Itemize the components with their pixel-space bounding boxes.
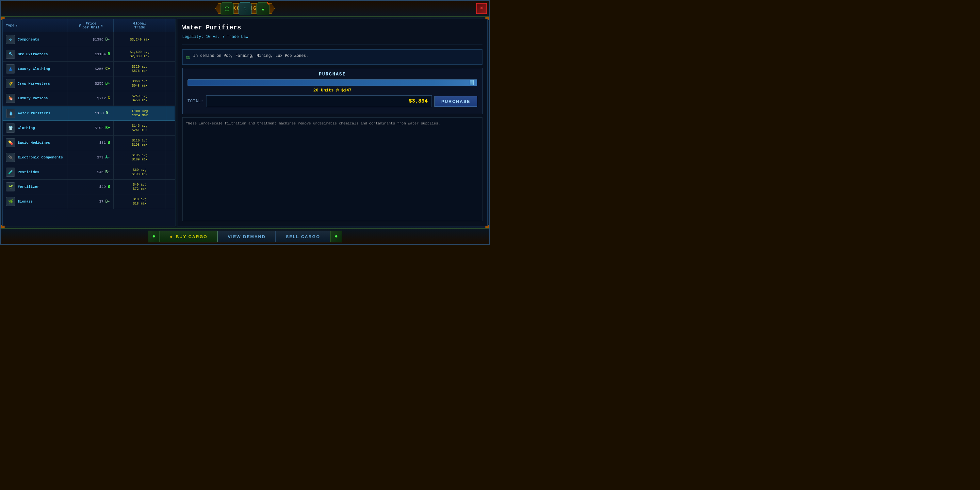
- trade-max-clothing: $261 max: [132, 128, 147, 132]
- td-legality-components: [8]✕ PermitRestricted: [166, 32, 175, 47]
- purchase-button[interactable]: PURCHASE: [434, 96, 477, 107]
- demand-text: In demand on Pop, Farming, Mining, Lux P…: [193, 53, 309, 59]
- td-price-pesticides: $46B-: [68, 165, 114, 179]
- sell-cargo-button[interactable]: SELL CARGO: [276, 231, 330, 242]
- item-icon-pesticides: 🧪: [6, 167, 15, 177]
- trade-max-luxury-rations: $450 max: [132, 99, 147, 102]
- nav-icon-2[interactable]: ↕: [239, 2, 251, 15]
- price-value-water-purifiers: $138: [95, 111, 103, 115]
- td-legality-pesticides: [8]✔ Legal: [166, 165, 175, 179]
- type-name-luxury-rations: Luxury Rations: [18, 96, 48, 100]
- trade-avg-fertilizer: $40 avg: [133, 183, 146, 186]
- bottom-left-icon: ●: [148, 231, 160, 242]
- table-row[interactable]: ⛏Ore Extractors$1184B$1,600 avg$2,880 ma…: [3, 47, 175, 62]
- detail-legality: Legality: 10 vs. 7 Trade Law: [182, 35, 482, 39]
- price-value-components: $1386: [93, 38, 103, 41]
- item-icon-clothing: 👕: [6, 124, 15, 133]
- td-price-electronic-components: $73A-: [68, 150, 114, 165]
- th-type[interactable]: Type ⇅: [3, 19, 68, 32]
- trade-max-components: $3,240 max: [130, 38, 149, 41]
- td-price-components: $1386B-: [68, 32, 114, 47]
- td-trade-pesticides: $60 avg$108 max: [114, 165, 166, 179]
- grade-value-crop-harvesters: B+: [105, 81, 110, 86]
- type-name-crop-harvesters: Crop Harvesters: [18, 82, 50, 86]
- type-name-basic-medicines: Basic Medicines: [18, 141, 50, 145]
- buy-cargo-button[interactable]: BUY CARGO: [160, 231, 218, 242]
- grade-value-fertilizer: B: [108, 185, 110, 189]
- grade-value-water-purifiers: B-: [106, 111, 110, 116]
- item-icon-luxury-clothing: 👗: [6, 64, 15, 73]
- view-demand-button[interactable]: VIEW DEMAND: [218, 231, 276, 242]
- td-legality-basic-medicines: [9]✔ Legal: [166, 135, 175, 150]
- td-price-clothing: $102B+: [68, 121, 114, 135]
- td-type-water-purifiers: 💧Water Purifiers: [3, 106, 68, 121]
- td-trade-luxury-clothing: $320 avg$576 max: [114, 62, 166, 76]
- th-legality[interactable]: Legality ▼: [166, 19, 175, 32]
- td-type-luxury-rations: 🍖Luxury Rations: [3, 91, 68, 105]
- nav-icon-1[interactable]: ⬡: [221, 2, 234, 15]
- table-row[interactable]: 👕Clothing$102B+$145 avg$261 max[10]✔ Leg…: [3, 121, 175, 135]
- trade-max-water-purifiers: $324 max: [132, 114, 148, 117]
- td-price-water-purifiers: $138B-: [68, 106, 114, 121]
- td-trade-ore-extractors: $1,600 avg$2,880 max: [114, 47, 166, 61]
- trade-avg-crop-harvesters: $360 avg: [132, 80, 147, 83]
- item-icon-fertilizer: 🌱: [6, 182, 15, 191]
- detail-divider: [182, 44, 482, 45]
- bottom-right-icon: ●: [330, 231, 342, 242]
- detail-panel: Water Purifiers Legality: 10 vs. 7 Trade…: [177, 19, 488, 226]
- td-legality-biomass: [10]✔ Legal: [166, 194, 175, 209]
- table-panel: Type ⇅ ⊽ Priceper Unit ⇅ GlobalTrade Leg…: [2, 19, 175, 226]
- price-sort-icon: ⊽: [78, 24, 81, 28]
- trade-avg-electronic-components: $105 avg: [132, 154, 147, 157]
- purchase-slider[interactable]: [188, 80, 477, 86]
- table-row[interactable]: 🌾Crop Harvesters$255B+$360 avg$648 max[1…: [3, 76, 175, 91]
- slider-thumb[interactable]: [470, 80, 474, 85]
- td-type-electronic-components: 🔌Electronic Components: [3, 150, 68, 165]
- purchase-slider-container[interactable]: [188, 80, 477, 86]
- table-row[interactable]: 🌱Fertilizer$29B$40 avg$72 max[8]✔ Legal: [3, 180, 175, 194]
- table-row[interactable]: 🍖Luxury Rations$212C$250 avg$450 max[8]✕…: [3, 91, 175, 106]
- item-icon-biomass: 🌿: [6, 197, 15, 206]
- td-type-components: ⚙Components: [3, 32, 68, 47]
- grade-value-ore-extractors: B: [108, 52, 110, 57]
- balance-icon: ⚖: [186, 53, 190, 61]
- table-row[interactable]: 👗Luxury Clothing$256C+$320 avg$576 max[9…: [3, 62, 175, 76]
- type-name-ore-extractors: Ore Extractors: [18, 52, 48, 56]
- table-row[interactable]: 💧Water Purifiers$138B-$180 avg$324 max[1…: [3, 106, 175, 121]
- td-trade-electronic-components: $105 avg$189 max: [114, 150, 166, 165]
- td-legality-crop-harvesters: [10]✕ PermitRestricted: [166, 76, 175, 91]
- th-price-label: Priceper Unit: [82, 22, 100, 29]
- td-legality-ore-extractors: [8]✕ PermitRestricted: [166, 47, 175, 61]
- table-row[interactable]: 🌿Biomass$7B-$10 avg$18 max[10]✔ Legal: [3, 194, 175, 209]
- td-type-crop-harvesters: 🌾Crop Harvesters: [3, 76, 68, 91]
- price-value-ore-extractors: $1184: [95, 52, 106, 56]
- item-icon-luxury-rations: 🍖: [6, 94, 15, 103]
- trade-avg-luxury-rations: $250 avg: [132, 94, 147, 98]
- table-row[interactable]: 💊Basic Medicines$81B$110 avg$198 max[9]✔…: [3, 135, 175, 150]
- bottom-bar: ● BUY CARGO VIEW DEMAND SELL CARGO ●: [1, 228, 489, 244]
- td-trade-biomass: $10 avg$18 max: [114, 194, 166, 209]
- td-legality-luxury-rations: [8]✕ PermitRestricted: [166, 91, 175, 105]
- td-type-ore-extractors: ⛏Ore Extractors: [3, 47, 68, 61]
- header-bar: EXCHANGE ⬡ ↕ ★ 7 ×: [1, 1, 489, 17]
- price-value-fertilizer: $29: [99, 185, 106, 189]
- td-type-luxury-clothing: 👗Luxury Clothing: [3, 62, 68, 76]
- td-trade-water-purifiers: $180 avg$324 max: [114, 106, 166, 121]
- th-price[interactable]: ⊽ Priceper Unit ⇅: [68, 19, 114, 32]
- td-price-biomass: $7B-: [68, 194, 114, 209]
- td-price-luxury-rations: $212C: [68, 91, 114, 105]
- type-name-fertilizer: Fertilizer: [18, 185, 39, 189]
- table-row[interactable]: ⚙Components$1386B-$3,240 max[8]✕ PermitR…: [3, 32, 175, 47]
- td-legality-luxury-clothing: [9]✕ PermitRestricted: [166, 62, 175, 76]
- close-button[interactable]: ×: [476, 3, 487, 14]
- type-name-components: Components: [18, 38, 39, 41]
- td-trade-crop-harvesters: $360 avg$648 max: [114, 76, 166, 91]
- nav-icon-3[interactable]: ★ 7: [256, 2, 269, 15]
- price-value-clothing: $102: [95, 126, 103, 130]
- table-row[interactable]: 🧪Pesticides$46B-$60 avg$108 max[8]✔ Lega…: [3, 165, 175, 180]
- table-row[interactable]: 🔌Electronic Components$73A-$105 avg$189 …: [3, 150, 175, 165]
- trade-max-pesticides: $108 max: [132, 172, 147, 176]
- td-legality-water-purifiers: [10]✔ Legal: [166, 106, 175, 121]
- td-legality-electronic-components: [8]✕ PermitRestricted: [166, 150, 175, 165]
- price-sort-arrows: ⇅: [101, 24, 103, 27]
